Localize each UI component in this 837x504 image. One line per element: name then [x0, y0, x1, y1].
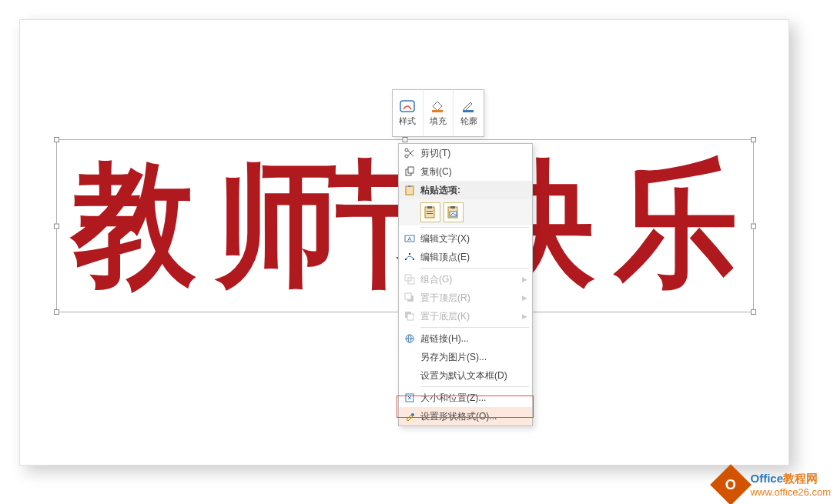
svg-rect-24 [405, 293, 411, 299]
svg-rect-12 [427, 213, 433, 214]
menu-separator [420, 227, 529, 228]
save-picture-icon [399, 348, 420, 366]
scissors-icon [399, 144, 420, 162]
menu-hyperlink[interactable]: 超链接(H)... [399, 329, 532, 348]
resize-handle-tl[interactable] [54, 137, 59, 142]
menu-group-label: 组合(G) [420, 273, 522, 286]
menu-group: 组合(G) ▶ [399, 270, 532, 289]
menu-save-as-picture-label: 另存为图片(S)... [420, 351, 527, 364]
menu-send-back-label: 置于底层(K) [420, 310, 522, 323]
svg-text:A: A [407, 235, 412, 242]
svg-rect-18 [405, 259, 407, 260]
resize-handle-br[interactable] [751, 309, 756, 315]
format-shape-icon [399, 407, 420, 426]
style-icon [400, 99, 415, 113]
wordart-char: 教 [72, 140, 196, 312]
watermark-brand1: Office [750, 472, 783, 485]
svg-rect-14 [450, 206, 455, 209]
menu-bring-front-label: 置于顶层(R) [420, 292, 522, 305]
menu-edit-text[interactable]: A 编辑文字(X) [399, 229, 532, 248]
size-position-icon [399, 389, 420, 407]
svg-rect-2 [463, 110, 474, 112]
menu-edit-text-label: 编辑文字(X) [420, 232, 527, 245]
paste-options-row [399, 199, 532, 225]
resize-handle-tr[interactable] [751, 137, 756, 142]
svg-rect-26 [407, 314, 413, 320]
style-button[interactable]: 样式 [393, 90, 424, 136]
menu-cut[interactable]: 剪切(T) [399, 144, 532, 162]
resize-handle-mr[interactable] [751, 223, 756, 229]
menu-set-default-textbox-label: 设置为默认文本框(D) [420, 369, 527, 382]
submenu-arrow-icon: ▶ [522, 294, 527, 302]
hyperlink-icon [399, 329, 420, 348]
outline-pen-icon [461, 99, 477, 113]
fill-bucket-icon [430, 99, 446, 113]
copy-icon [399, 162, 420, 181]
clipboard-icon [399, 181, 420, 199]
resize-handle-ml[interactable] [54, 223, 59, 229]
svg-rect-19 [409, 253, 410, 255]
menu-size-position-label: 大小和位置(Z)... [420, 392, 527, 405]
watermark-text: Office教程网 www.office26.com [750, 472, 831, 498]
svg-rect-11 [427, 211, 433, 212]
menu-paste-header: 粘贴选项: [399, 181, 532, 199]
submenu-arrow-icon: ▶ [522, 275, 527, 283]
submenu-arrow-icon: ▶ [522, 312, 527, 320]
wordart-char: 师 [216, 140, 339, 312]
edit-text-icon: A [399, 229, 420, 248]
watermark: O Office教程网 www.office26.com [716, 470, 831, 499]
outline-label: 轮廓 [460, 115, 477, 127]
svg-rect-10 [427, 206, 432, 209]
svg-point-31 [411, 413, 414, 416]
menu-send-back: 置于底层(K) ▶ [399, 307, 532, 325]
menu-separator [420, 268, 529, 269]
svg-rect-6 [408, 167, 413, 173]
mini-format-toolbar: 样式 填充 轮廓 [392, 89, 484, 137]
svg-point-3 [405, 155, 408, 158]
svg-rect-8 [408, 185, 411, 187]
menu-edit-points-label: 编辑顶点(E) [420, 251, 527, 264]
watermark-brand2: 教程网 [783, 472, 818, 485]
menu-separator [420, 386, 529, 387]
menu-size-position[interactable]: 大小和位置(Z)... [399, 389, 532, 407]
fill-label: 填充 [430, 115, 447, 127]
paste-option-picture[interactable] [444, 202, 464, 222]
menu-edit-points[interactable]: 编辑顶点(E) [399, 248, 532, 266]
fill-button[interactable]: 填充 [424, 90, 454, 136]
menu-hyperlink-label: 超链接(H)... [420, 332, 527, 345]
menu-copy-label: 复制(C) [420, 165, 527, 179]
menu-set-default-textbox[interactable]: 设置为默认文本框(D) [399, 366, 532, 385]
menu-paste-header-label: 粘贴选项: [420, 184, 527, 197]
default-textbox-icon [399, 366, 420, 385]
resize-handle-bl[interactable] [54, 309, 59, 315]
bring-front-icon [399, 289, 420, 307]
watermark-url: www.office26.com [750, 486, 831, 498]
menu-copy[interactable]: 复制(C) [399, 162, 532, 181]
menu-cut-label: 剪切(T) [420, 147, 527, 160]
svg-rect-9 [425, 207, 434, 218]
context-menu: 剪切(T) 复制(C) 粘贴选项: A 编辑文 [398, 143, 533, 426]
menu-save-as-picture[interactable]: 另存为图片(S)... [399, 348, 532, 366]
document-canvas: 教 师 节 快 乐 样式 填充 轮廓 [19, 19, 789, 466]
menu-format-shape-label: 设置形状格式(O)... [420, 410, 527, 423]
paste-option-keep-source[interactable] [420, 202, 440, 222]
svg-rect-7 [406, 186, 413, 195]
edit-points-icon [399, 248, 420, 266]
svg-rect-20 [413, 259, 414, 260]
watermark-logo-icon: O [711, 464, 752, 504]
group-icon [399, 270, 420, 289]
style-label: 样式 [399, 115, 416, 127]
svg-rect-1 [432, 110, 443, 112]
menu-format-shape[interactable]: 设置形状格式(O)... [399, 407, 532, 426]
outline-button[interactable]: 轮廓 [454, 90, 484, 136]
menu-bring-front: 置于顶层(R) ▶ [399, 289, 532, 307]
svg-point-4 [405, 149, 408, 152]
send-back-icon [399, 307, 420, 325]
wordart-char: 乐 [614, 140, 738, 312]
menu-separator [420, 327, 529, 328]
